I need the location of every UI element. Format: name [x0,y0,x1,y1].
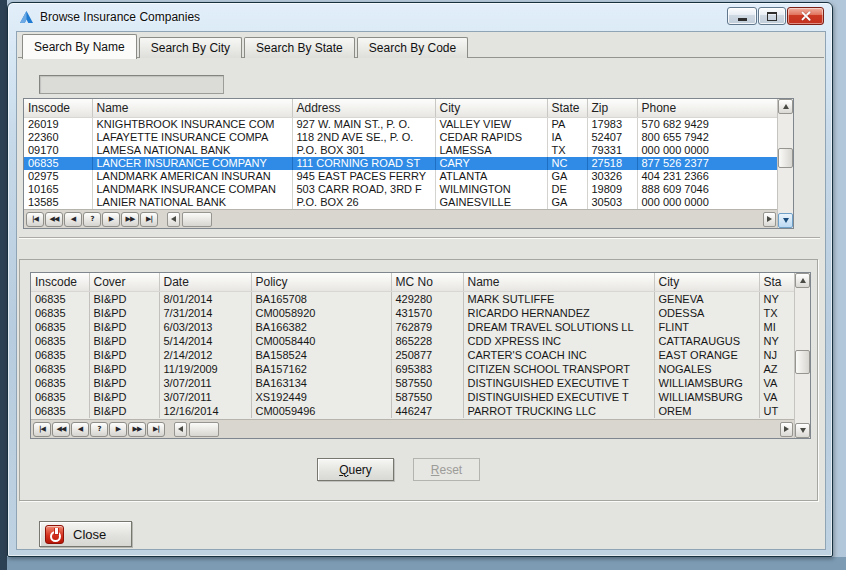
cell[interactable]: 8/01/2014 [159,291,251,306]
cell[interactable]: GA [547,196,587,209]
cell[interactable]: 06835 [31,348,89,362]
cell[interactable]: 000 000 0000 [637,196,777,209]
cell[interactable]: 250877 [391,348,463,362]
cell[interactable]: BI&PD [89,362,159,376]
scroll-left-button[interactable] [174,422,187,437]
cell[interactable]: LAMESSA [435,144,547,157]
companies-horizontal-scrollbar[interactable] [167,211,776,228]
cell[interactable]: BI&PD [89,390,159,404]
cell[interactable]: PARROT TRUCKING LLC [463,404,654,418]
cell[interactable]: 06835 [31,362,89,376]
nav-prior-button[interactable]: ◀ [71,422,89,437]
scroll-up-button[interactable] [795,273,810,288]
cell[interactable]: DISTINGUISHED EXECUTIVE T [463,376,654,390]
cell[interactable]: TX [547,144,587,157]
tab-search-by-name[interactable]: Search By Name [22,34,137,59]
nav-first-button[interactable]: |◀ [33,422,51,437]
cell[interactable]: 429280 [391,291,463,306]
table-row[interactable]: 13585LANIER NATIONAL BANKP.O. BOX 26GAIN… [24,196,777,209]
cell[interactable]: CARY [435,157,547,170]
cell[interactable]: KNIGHTBROOK INSURANCE COM [92,117,292,131]
cell[interactable]: 09170 [24,144,92,157]
scroll-track[interactable] [778,114,793,213]
cell[interactable]: BA158524 [251,348,391,362]
cell[interactable]: VA [759,376,794,390]
table-row[interactable]: 06835BI&PD6/03/2013BA166382762879DREAM T… [31,320,794,334]
table-row[interactable]: 06835LANCER INSURANCE COMPANY111 CORNING… [24,157,777,170]
policies-vertical-scrollbar[interactable] [794,273,810,438]
cell[interactable]: 30503 [587,196,637,209]
cell[interactable]: 587550 [391,390,463,404]
scroll-right-button[interactable] [763,212,776,227]
table-row[interactable]: 06835BI&PD5/14/2014CM0058440865228CDD XP… [31,334,794,348]
cell[interactable]: OREM [654,404,759,418]
scroll-thumb[interactable] [795,350,810,374]
cell[interactable]: 11/19/2009 [159,362,251,376]
cell[interactable]: 3/07/2011 [159,390,251,404]
cell[interactable]: 431570 [391,306,463,320]
cell[interactable]: NC [547,157,587,170]
cell[interactable]: LANDMARK INSURANCE COMPAN [92,183,292,196]
cell[interactable]: GAINESVILLE [435,196,547,209]
table-row[interactable]: 26019KNIGHTBROOK INSURANCE COM927 W. MAI… [24,117,777,131]
table-row[interactable]: 09170LAMESA NATIONAL BANKP.O. BOX 301LAM… [24,144,777,157]
policies-horizontal-scrollbar[interactable] [174,421,793,438]
column-header[interactable]: Name [463,273,654,291]
table-row[interactable]: 06835BI&PD11/19/2009BA157162695383CITIZE… [31,362,794,376]
cell[interactable]: 111 CORNING ROAD ST [292,157,435,170]
cell[interactable]: 06835 [31,306,89,320]
scroll-up-button[interactable] [778,99,793,114]
cell[interactable]: 27518 [587,157,637,170]
table-row[interactable]: 02975LANDMARK AMERICAN INSURAN945 EAST P… [24,170,777,183]
cell[interactable]: 570 682 9429 [637,117,777,131]
cell[interactable]: 12/16/2014 [159,404,251,418]
column-header[interactable]: Phone [637,99,777,117]
cell[interactable]: 6/03/2013 [159,320,251,334]
cell[interactable]: 000 000 0000 [637,144,777,157]
cell[interactable]: WILLIAMSBURG [654,376,759,390]
cell[interactable]: 877 526 2377 [637,157,777,170]
cell[interactable]: LANIER NATIONAL BANK [92,196,292,209]
cell[interactable]: GA [547,170,587,183]
table-row[interactable]: 06835BI&PD3/07/2011XS192449587550DISTING… [31,390,794,404]
nav-last-button[interactable]: ▶| [140,212,158,227]
cell[interactable]: 404 231 2366 [637,170,777,183]
cell[interactable]: CM0058440 [251,334,391,348]
cell[interactable]: BA166382 [251,320,391,334]
cell[interactable]: UT [759,404,794,418]
cell[interactable]: 446247 [391,404,463,418]
cell[interactable]: WILLIAMSBURG [654,390,759,404]
table-row[interactable]: 06835BI&PD3/07/2011BA163134587550DISTING… [31,376,794,390]
scroll-right-button[interactable] [780,422,793,437]
cell[interactable]: 695383 [391,362,463,376]
table-row[interactable]: 06835BI&PD7/31/2014CM0058920431570RICARD… [31,306,794,320]
column-header[interactable]: Name [92,99,292,117]
cell[interactable]: 587550 [391,376,463,390]
cell[interactable]: 06835 [31,334,89,348]
column-header[interactable]: City [654,273,759,291]
cell[interactable]: NY [759,291,794,306]
cell[interactable]: 19809 [587,183,637,196]
nav-find-button[interactable]: ? [90,422,108,437]
cell[interactable]: 02975 [24,170,92,183]
table-row[interactable]: 10165LANDMARK INSURANCE COMPAN503 CARR R… [24,183,777,196]
cell[interactable]: BI&PD [89,334,159,348]
cell[interactable]: CARTER'S COACH INC [463,348,654,362]
window-close-button[interactable] [787,7,824,25]
cell[interactable]: 06835 [31,390,89,404]
cell[interactable]: P.O. BOX 26 [292,196,435,209]
companies-vertical-scrollbar[interactable] [777,99,793,228]
cell[interactable]: MI [759,320,794,334]
cell[interactable]: XS192449 [251,390,391,404]
column-header[interactable]: Date [159,273,251,291]
cell[interactable]: 762879 [391,320,463,334]
nav-next-button[interactable]: ▶ [109,422,127,437]
cell[interactable]: DE [547,183,587,196]
cell[interactable]: GENEVA [654,291,759,306]
nav-prior-page-button[interactable]: ◀◀ [52,422,70,437]
titlebar[interactable]: Browse Insurance Companies [8,3,832,31]
table-row[interactable]: 06835BI&PD12/16/2014CM0059496446247PARRO… [31,404,794,418]
cell[interactable]: 503 CARR ROAD, 3RD F [292,183,435,196]
nav-next-page-button[interactable]: ▶▶ [121,212,139,227]
nav-last-button[interactable]: ▶| [147,422,165,437]
